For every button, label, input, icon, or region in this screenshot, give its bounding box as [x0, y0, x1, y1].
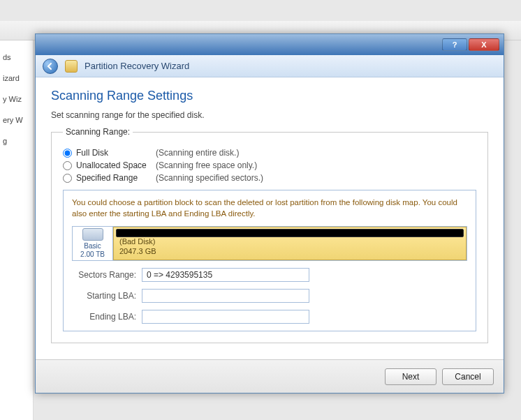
disk-partition[interactable]: (Bad Disk) 2047.3 GB — [113, 227, 467, 260]
wizard-icon — [65, 60, 78, 73]
bg-side-item: izard — [3, 74, 33, 82]
ending-lba-input[interactable] — [142, 310, 309, 324]
ending-lba-label: Ending LBA: — [72, 312, 136, 322]
scanning-range-group: Scanning Range: Full Disk (Scanning enti… — [51, 127, 488, 343]
titlebar: ? X — [36, 34, 504, 55]
help-button[interactable]: ? — [442, 38, 467, 51]
disk-map: Basic 2.00 TB (Bad Disk) 2047.3 GB — [72, 226, 467, 261]
hard-disk-icon — [82, 228, 103, 241]
radio-full-disk-label: Full Disk — [76, 148, 152, 158]
radio-unallocated-hint: (Scanning free space only.) — [156, 160, 257, 170]
page-title: Scanning Range Settings — [51, 89, 488, 103]
radio-full-disk[interactable]: Full Disk (Scanning entire disk.) — [63, 148, 476, 158]
partition-name: (Bad Disk) — [119, 237, 156, 247]
radio-unallocated[interactable]: Unallocated Space (Scanning free space o… — [63, 160, 476, 170]
page-subtitle: Set scanning range for the specified dis… — [51, 110, 488, 120]
radio-specified[interactable]: Specified Range (Scanning specified sect… — [63, 173, 476, 183]
scanning-range-legend: Scanning Range: — [63, 127, 133, 137]
sectors-range-label: Sectors Range: — [72, 270, 136, 280]
bg-side-item: ds — [3, 53, 33, 61]
radio-full-disk-hint: (Scanning entire disk.) — [156, 148, 239, 158]
radio-unallocated-input[interactable] — [63, 161, 72, 170]
radio-specified-hint: (Scanning specified sectors.) — [156, 173, 263, 183]
back-button[interactable] — [43, 59, 58, 74]
starting-lba-input[interactable] — [142, 289, 309, 303]
content-area: Scanning Range Settings Set scanning ran… — [36, 77, 504, 359]
dialog-footer: Next Cancel — [36, 359, 504, 393]
cancel-button[interactable]: Cancel — [442, 368, 494, 385]
close-button[interactable]: X — [469, 38, 499, 51]
arrow-left-icon — [46, 62, 54, 70]
radio-full-disk-input[interactable] — [63, 149, 72, 158]
disk-device-size: 2.00 TB — [80, 250, 105, 259]
bg-side-item: y Wiz — [3, 95, 33, 103]
bg-side-item: ery W — [3, 116, 33, 124]
starting-lba-row: Starting LBA: — [72, 289, 467, 303]
bg-side-panel: ds izard y Wiz ery W g — [0, 40, 34, 420]
radio-unallocated-label: Unallocated Space — [76, 160, 152, 170]
instruction-text: You could choose a partition block to sc… — [72, 197, 467, 219]
radio-specified-label: Specified Range — [76, 173, 152, 183]
bg-side-item: g — [3, 137, 33, 145]
dialog-window: ? X Partition Recovery Wizard Scanning R… — [35, 33, 504, 393]
radio-specified-input[interactable] — [63, 174, 72, 183]
starting-lba-label: Starting LBA: — [72, 291, 136, 301]
wizard-title: Partition Recovery Wizard — [85, 61, 189, 71]
disk-selection-box: You could choose a partition block to sc… — [63, 190, 476, 331]
sectors-range-row: Sectors Range: — [72, 268, 467, 282]
disk-device-type: Basic — [84, 242, 101, 250]
sectors-range-input[interactable] — [142, 268, 309, 282]
ending-lba-row: Ending LBA: — [72, 310, 467, 324]
wizard-header: Partition Recovery Wizard — [36, 55, 504, 77]
next-button[interactable]: Next — [385, 368, 436, 385]
partition-size: 2047.3 GB — [119, 247, 156, 257]
disk-device[interactable]: Basic 2.00 TB — [73, 227, 113, 260]
